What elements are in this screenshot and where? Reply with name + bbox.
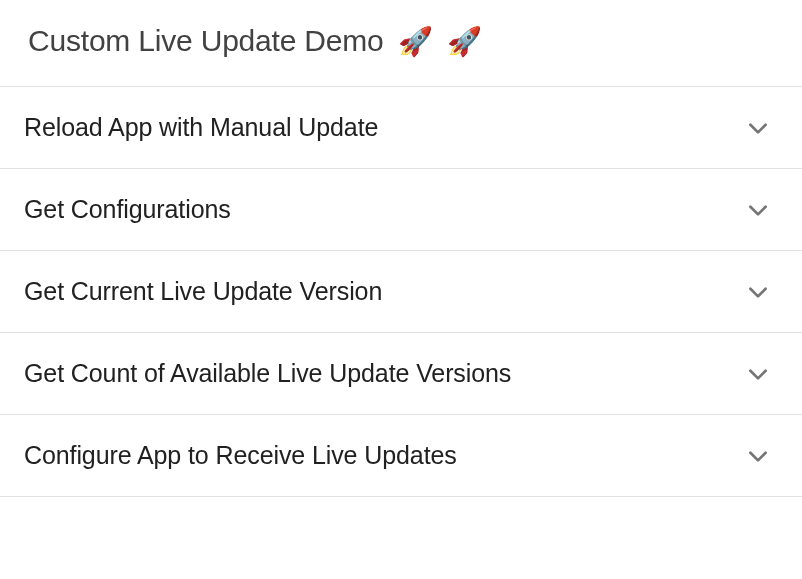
accordion-item-get-count-versions[interactable]: Get Count of Available Live Update Versi…: [0, 333, 802, 415]
accordion-label: Get Count of Available Live Update Versi…: [24, 359, 511, 388]
rocket-icon: 🚀: [398, 26, 433, 57]
accordion-label: Get Current Live Update Version: [24, 277, 382, 306]
page-title: Custom Live Update Demo 🚀 🚀: [28, 24, 774, 58]
chevron-down-icon: [744, 442, 772, 470]
chevron-down-icon: [744, 114, 772, 142]
accordion-label: Configure App to Receive Live Updates: [24, 441, 457, 470]
page-header: Custom Live Update Demo 🚀 🚀: [0, 0, 802, 87]
accordion-label: Reload App with Manual Update: [24, 113, 378, 142]
accordion-item-reload-app[interactable]: Reload App with Manual Update: [0, 87, 802, 169]
accordion-item-get-configurations[interactable]: Get Configurations: [0, 169, 802, 251]
accordion-item-get-current-version[interactable]: Get Current Live Update Version: [0, 251, 802, 333]
accordion-label: Get Configurations: [24, 195, 231, 224]
page-title-text: Custom Live Update Demo: [28, 24, 384, 57]
chevron-down-icon: [744, 360, 772, 388]
accordion-item-configure-app[interactable]: Configure App to Receive Live Updates: [0, 415, 802, 497]
rocket-icon: 🚀: [447, 26, 482, 57]
chevron-down-icon: [744, 278, 772, 306]
chevron-down-icon: [744, 196, 772, 224]
